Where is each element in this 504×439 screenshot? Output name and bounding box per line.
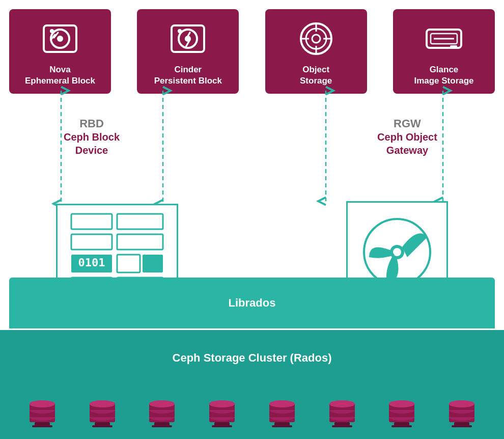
rgw-acronym: RGW <box>351 117 463 130</box>
svg-rect-26 <box>117 214 163 229</box>
librados-band: Librados <box>9 278 495 328</box>
svg-point-9 <box>178 29 182 33</box>
svg-point-36 <box>393 248 401 256</box>
svg-rect-32 <box>143 255 163 272</box>
osd-drive-7 <box>381 392 422 427</box>
svg-rect-93 <box>391 425 412 427</box>
svg-rect-61 <box>152 425 172 427</box>
svg-point-3 <box>50 29 54 33</box>
svg-point-75 <box>269 400 295 407</box>
nova-label: NovaEphemeral Block <box>25 64 95 87</box>
osd-drive-5 <box>262 392 302 427</box>
svg-point-83 <box>329 400 355 407</box>
svg-point-43 <box>30 400 55 407</box>
svg-rect-28 <box>117 234 163 250</box>
object-box: ObjectStorage <box>265 9 367 94</box>
drives-area <box>0 379 504 439</box>
svg-text:0101: 0101 <box>78 256 105 269</box>
object-icon <box>296 18 337 59</box>
osd-drive-1 <box>22 392 63 427</box>
glance-label: GlanceImage Storage <box>414 64 473 87</box>
svg-point-91 <box>389 400 414 407</box>
rbd-acronym: RBD <box>41 117 143 130</box>
rados-band: Ceph Storage Cluster (Rados) <box>0 330 504 386</box>
rbd-description: Ceph BlockDevice <box>41 130 143 157</box>
cinder-icon <box>167 18 208 59</box>
svg-rect-20 <box>450 45 457 47</box>
svg-rect-31 <box>117 255 140 272</box>
svg-rect-45 <box>32 425 52 427</box>
rbd-label: RBD Ceph BlockDevice <box>41 117 143 157</box>
svg-rect-27 <box>71 234 112 250</box>
glance-box: GlanceImage Storage <box>393 9 495 94</box>
svg-rect-77 <box>272 425 292 427</box>
svg-point-59 <box>149 400 175 407</box>
nova-icon <box>40 18 80 59</box>
svg-rect-69 <box>212 425 232 427</box>
svg-point-99 <box>449 400 474 407</box>
osd-drive-6 <box>322 392 362 427</box>
svg-rect-101 <box>452 425 472 427</box>
diagram-container: NovaEphemeral Block CinderPersistent Blo… <box>0 0 504 439</box>
svg-point-51 <box>90 400 115 407</box>
top-boxes-row: NovaEphemeral Block CinderPersistent Blo… <box>0 0 504 94</box>
object-label: ObjectStorage <box>300 64 332 87</box>
rgw-description: Ceph ObjectGateway <box>351 130 463 157</box>
osd-drive-4 <box>202 392 242 427</box>
osd-drive-3 <box>142 392 182 427</box>
rados-label: Ceph Storage Cluster (Rados) <box>173 351 332 365</box>
librados-label: Librados <box>229 296 276 310</box>
svg-rect-53 <box>92 425 113 427</box>
nova-box: NovaEphemeral Block <box>9 9 111 94</box>
svg-point-67 <box>209 400 235 407</box>
osd-drive-2 <box>82 392 123 427</box>
cinder-box: CinderPersistent Block <box>137 9 239 94</box>
svg-point-12 <box>312 35 320 43</box>
svg-rect-25 <box>71 214 112 229</box>
cinder-label: CinderPersistent Block <box>154 64 222 87</box>
glance-icon <box>424 18 464 59</box>
osd-drive-8 <box>441 392 482 427</box>
svg-point-2 <box>57 36 63 42</box>
svg-rect-85 <box>332 425 352 427</box>
rgw-label: RGW Ceph ObjectGateway <box>351 117 463 157</box>
